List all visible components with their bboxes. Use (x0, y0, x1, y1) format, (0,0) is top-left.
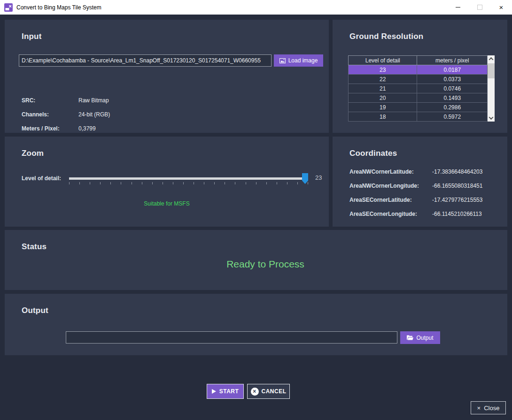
load-image-button[interactable]: Load image (274, 54, 323, 67)
src-value: Raw Bitmap (78, 97, 109, 104)
ground-resolution-table: Level of detail meters / pixel 23 0.0187… (348, 55, 495, 122)
close-x-icon: × (477, 405, 481, 411)
cancel-x-icon: × (251, 388, 259, 396)
coordinates-panel: Coordinates AreaNWCornerLatitude: -17.38… (333, 137, 507, 227)
start-button[interactable]: START (207, 384, 244, 399)
channels-label: Channels: (22, 111, 49, 118)
table-row[interactable]: 22 0.0373 (349, 75, 488, 84)
level-of-detail-label: Level of detail: (22, 175, 61, 182)
table-header-row: Level of detail meters / pixel (349, 56, 488, 65)
output-button-label: Output (416, 335, 433, 341)
window-close-button[interactable]: × (490, 0, 512, 15)
start-button-label: START (219, 388, 239, 395)
output-panel-title: Output (22, 306, 48, 315)
ground-resolution-panel: Ground Resolution Level of detail meters… (333, 20, 507, 133)
image-icon (279, 58, 286, 63)
table-scrollbar[interactable] (488, 55, 495, 122)
window-controls: × (447, 0, 512, 15)
load-image-label: Load image (288, 57, 318, 64)
maximize-icon (477, 5, 482, 10)
table-row[interactable]: 20 0.1493 (349, 93, 488, 103)
se-latitude-label: AreaSECornerLatitude: (349, 197, 412, 203)
se-latitude-value: -17.4279776215553 (432, 197, 482, 203)
folder-icon (407, 335, 413, 340)
nw-latitude-label: AreaNWCornerLatitude: (349, 168, 414, 175)
cell-level[interactable]: 23 (349, 65, 417, 75)
table-row[interactable]: 21 0.0746 (349, 84, 488, 93)
coordinates-title: Coordinates (349, 149, 397, 158)
channels-value: 24-bit (RGB) (78, 111, 110, 118)
output-folder-button[interactable]: Output (400, 331, 440, 344)
table-row[interactable]: 19 0.2986 (349, 103, 488, 112)
cell-resolution[interactable]: 0.2986 (417, 103, 488, 112)
level-of-detail-value: 23 (315, 174, 322, 181)
cancel-button[interactable]: × CANCEL (247, 384, 290, 399)
nw-latitude-value: -17.3836648464203 (432, 168, 482, 175)
zoom-panel-title: Zoom (22, 149, 44, 158)
table-row[interactable]: 18 0.5972 (349, 112, 488, 122)
cell-level[interactable]: 22 (349, 75, 417, 84)
nw-longitude-value: -66.1655080318451 (432, 183, 482, 189)
column-header-level[interactable]: Level of detail (349, 56, 417, 65)
cancel-button-label: CANCEL (262, 388, 287, 395)
meters-per-pixel-label: Meters / Pixel: (22, 125, 60, 132)
minimize-button[interactable] (447, 0, 469, 15)
window-title: Convert to Bing Maps Tile System (16, 4, 101, 11)
status-panel: Status Ready to Process (5, 230, 507, 290)
msfs-suitability-note: Suitable for MSFS (5, 200, 329, 207)
close-button[interactable]: × Close (471, 401, 506, 414)
app-icon (4, 3, 13, 12)
se-longitude-value: -66.1145210266113 (432, 211, 482, 217)
cell-level[interactable]: 18 (349, 112, 417, 122)
cell-level[interactable]: 19 (349, 103, 417, 112)
level-of-detail-slider-track[interactable] (69, 177, 308, 180)
convert-window: { "window": { "title": "Convert to Bing … (0, 0, 512, 420)
scroll-down-button[interactable] (488, 115, 495, 122)
output-path-field[interactable] (66, 331, 397, 344)
titlebar: Convert to Bing Maps Tile System × (0, 0, 512, 15)
zoom-panel: Zoom Level of detail: 23 Suitable for MS… (5, 137, 329, 227)
input-panel: Input Load image SRC: Raw Bitmap Channel… (5, 20, 329, 133)
meters-per-pixel-value: 0,3799 (78, 125, 96, 132)
status-message: Ready to Process (23, 259, 507, 270)
cell-resolution[interactable]: 0.0746 (417, 84, 488, 93)
window-close-icon: × (499, 4, 504, 11)
scrollbar-thumb[interactable] (488, 63, 495, 78)
play-icon (212, 389, 216, 394)
cell-resolution[interactable]: 0.0187 (417, 65, 488, 75)
chevron-up-icon (489, 57, 494, 62)
minimize-icon (456, 7, 460, 8)
output-panel: Output Output (5, 294, 507, 355)
ground-resolution-title: Ground Resolution (349, 32, 423, 41)
cell-resolution[interactable]: 0.5972 (417, 112, 488, 122)
scroll-up-button[interactable] (488, 55, 495, 62)
nw-longitude-label: AreaNWCornerLongitude: (349, 183, 419, 189)
table-row[interactable]: 23 0.0187 (349, 65, 488, 75)
input-path-field[interactable] (19, 54, 272, 67)
cell-level[interactable]: 20 (349, 93, 417, 103)
close-button-label: Close (484, 405, 499, 412)
status-panel-title: Status (22, 242, 47, 252)
chevron-down-icon (489, 115, 494, 120)
maximize-button[interactable] (469, 0, 490, 15)
input-panel-title: Input (22, 32, 42, 41)
column-header-meters[interactable]: meters / pixel (417, 56, 488, 65)
cell-resolution[interactable]: 0.1493 (417, 93, 488, 103)
slider-tick-marks (69, 182, 308, 184)
src-label: SRC: (22, 97, 35, 104)
se-longitude-label: AreaSECornerLongitude: (349, 211, 417, 217)
cell-level[interactable]: 21 (349, 84, 417, 93)
cell-resolution[interactable]: 0.0373 (417, 75, 488, 84)
